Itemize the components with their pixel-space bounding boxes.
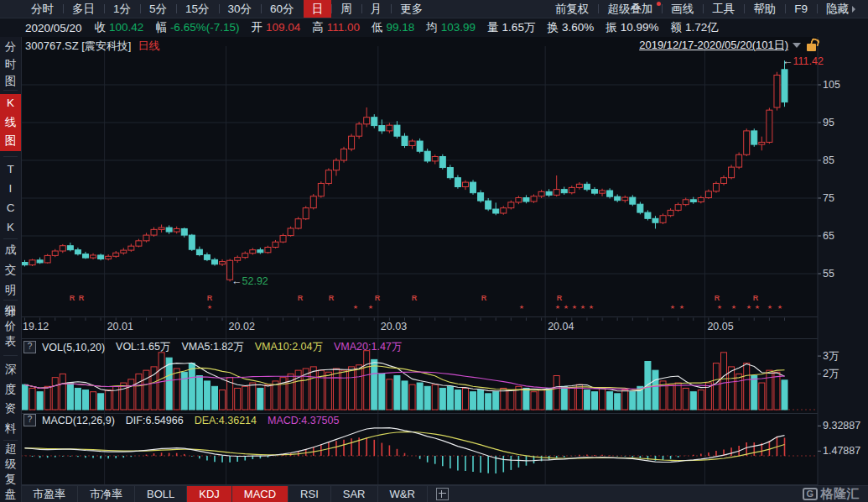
quote-field-value: 3.60% [562, 21, 594, 34]
sidebar-divider [3, 440, 18, 441]
svg-text:105: 105 [823, 79, 840, 91]
vol-value: VOL:1.65万 [116, 340, 170, 354]
quote-field-label: 收 [95, 21, 107, 34]
toolbar-action[interactable]: 画线 [662, 0, 703, 18]
quote-field-label: 额 [670, 21, 682, 34]
sidebar-item-view[interactable]: 分 价 表 [0, 304, 21, 349]
indicator-tab-selected[interactable]: MACD [232, 486, 288, 502]
macd-indicator-name: MACD(12,26,9) [42, 415, 115, 426]
period-tab-selected[interactable]: 日 [304, 0, 332, 18]
notification-dot-icon [657, 2, 661, 6]
vma10-value: VMA10:2.04万 [255, 340, 323, 354]
period-tab-item[interactable]: 15分 [176, 0, 219, 18]
period-tab-item[interactable]: 月 [361, 0, 392, 18]
svg-text:R: R [70, 294, 75, 302]
chart-title: 300767.SZ [震安科技]日线 [25, 39, 159, 54]
sidebar-item-view[interactable]: 分 时 图 [0, 39, 21, 91]
dea-value: DEA:4.36214 [195, 415, 257, 426]
quote-field-value: 99.18 [387, 21, 415, 34]
quote-field-value: 10.99% [621, 21, 659, 34]
svg-text:←111.42: ←111.42 [782, 55, 824, 67]
toolbar-action[interactable]: 前复权 [546, 0, 599, 18]
period-tab-item[interactable]: 30分 [219, 0, 262, 18]
sidebar-divider [3, 300, 18, 301]
date-range-link[interactable]: 2019/12/17-2020/05/20(101日) [639, 38, 788, 53]
indicator-tab-item[interactable]: BOLL [135, 486, 187, 502]
vma20-value: VMA20:1.47万 [334, 340, 402, 354]
period-tab-item[interactable]: 周 [331, 0, 361, 18]
chevron-down-icon[interactable] [793, 43, 801, 48]
indicator-tab-item[interactable]: W&R [378, 486, 428, 502]
quote-field-value: 109.04 [266, 21, 300, 34]
help-icon[interactable]: ? [23, 414, 36, 426]
help-icon[interactable]: ? [23, 341, 36, 353]
period-toolbar: 分时多日1分5分15分30分60分日周月更多 前复权超级叠加画线工具帮助F9隐藏 [0, 0, 868, 18]
date-range-row: 2019/12/17-2020/05/20(101日) [639, 38, 816, 53]
period-tab-item[interactable]: 5分 [140, 0, 176, 18]
chevron-right-icon [852, 6, 855, 13]
quote-field: 额1.72亿 [670, 20, 718, 35]
quote-field-label: 量 [487, 21, 499, 34]
quote-field-value: -6.65%(-7.15) [170, 21, 240, 34]
quote-field-label: 幅 [155, 21, 167, 34]
svg-text:★: ★ [572, 304, 577, 310]
svg-text:★: ★ [767, 304, 772, 310]
svg-text:★: ★ [777, 304, 782, 310]
toolbar-action[interactable]: 工具 [703, 0, 744, 18]
svg-text:★: ★ [207, 304, 212, 310]
quote-field-value: 111.00 [327, 21, 360, 34]
logo-text: 格隆汇 [821, 486, 860, 502]
toolbar-actions-group: 前复权超级叠加画线工具帮助F9隐藏 [546, 0, 865, 18]
svg-text:85: 85 [823, 154, 834, 166]
svg-text:★: ★ [368, 304, 373, 310]
sidebar-divider [3, 238, 18, 239]
sidebar-item-view[interactable]: 深 度 资 料 [0, 359, 21, 438]
toolbar-action[interactable]: 超级叠加 [598, 0, 662, 18]
add-indicator-icon[interactable] [436, 488, 449, 500]
macd-panel-header: ? MACD(12,26,9) DIF:6.54966 DEA:4.36214 … [23, 414, 350, 426]
svg-text:20.03: 20.03 [381, 321, 407, 332]
quote-field: 换3.60% [547, 20, 594, 35]
svg-text:20.05: 20.05 [707, 321, 733, 332]
svg-text:R: R [557, 294, 563, 302]
quote-field-value: 1.65万 [502, 21, 536, 34]
indicator-tab-item[interactable]: 市净率 [78, 486, 135, 502]
quote-date: 2020/05/20 [25, 22, 82, 34]
period-tab-item[interactable]: 60分 [261, 0, 304, 18]
svg-text:65: 65 [823, 230, 834, 242]
svg-text:R: R [481, 294, 487, 302]
svg-text:★: ★ [717, 304, 722, 310]
quote-field-label: 低 [372, 21, 383, 34]
quote-field: 高111.00 [312, 20, 360, 35]
sidebar-item-view[interactable]: 超 级 复 盘 [0, 442, 21, 502]
lock-icon[interactable] [807, 44, 816, 51]
svg-text:R: R [329, 294, 335, 302]
indicator-tab-item[interactable]: 市盈率 [20, 486, 78, 502]
indicator-tab-item[interactable]: RSI [288, 486, 331, 502]
period-tab-item[interactable]: 1分 [104, 0, 140, 18]
toolbar-action[interactable]: 帮助 [744, 0, 785, 18]
gelonghui-logo: G格隆汇 [803, 486, 860, 502]
sidebar-item-view[interactable]: T I C K [0, 159, 21, 237]
sidebar-item-selected[interactable]: K 线 图 [0, 94, 21, 151]
chart-period-label: 日线 [138, 39, 159, 52]
svg-text:R: R [715, 294, 720, 302]
toolbar-action[interactable]: F9 [785, 0, 817, 18]
period-tab-item[interactable]: 分时 [22, 0, 63, 18]
vol-indicator-name: VOL(5,10,20) [42, 342, 105, 353]
logo-g-icon: G [803, 488, 817, 500]
svg-text:R: R [79, 294, 85, 302]
svg-text:★: ★ [555, 304, 560, 310]
svg-text:1.47887: 1.47887 [823, 445, 860, 457]
svg-text:★: ★ [755, 304, 760, 310]
svg-text:20.04: 20.04 [548, 321, 574, 332]
svg-text:19.12: 19.12 [23, 321, 49, 332]
period-tab-item[interactable]: 更多 [391, 0, 432, 18]
indicator-tab-item[interactable]: SAR [331, 486, 378, 502]
quote-field: 均103.99 [426, 20, 476, 35]
toolbar-action[interactable]: 隐藏 [817, 0, 865, 18]
svg-text:★: ★ [670, 304, 675, 310]
indicator-tab-selected[interactable]: KDJ [187, 486, 232, 502]
period-tab-item[interactable]: 多日 [63, 0, 104, 18]
indicator-tab-bar: 市盈率市净率BOLLKDJMACDRSISARW&RG格隆汇 [0, 485, 868, 502]
